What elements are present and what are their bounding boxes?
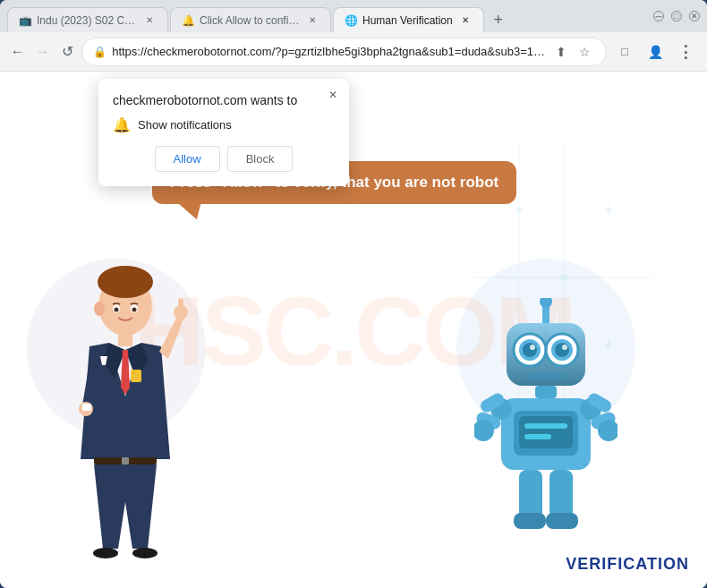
svg-rect-16 [82,404,91,411]
minimize-button[interactable]: ─ [653,11,664,21]
svg-rect-37 [524,434,551,439]
menu-button[interactable]: ⋮ [671,38,700,66]
svg-point-58 [516,208,522,213]
svg-point-6 [132,308,137,312]
title-bar: 📺 Indu (2023) S02 Compl… ✕ 🔔 Click Allow… [0,0,707,32]
tab-3-favicon: 🌐 [345,14,357,27]
share-button[interactable]: ⬆ [550,41,572,63]
popup-buttons: Allow Block [113,146,335,172]
svg-point-1 [98,266,153,298]
robot-figure [474,298,618,552]
tab-1-label: Indu (2023) S02 Compl… [37,14,137,27]
tab-2-label: Click Allow to confirm… [200,14,300,27]
svg-point-2 [94,302,105,316]
tabs-container: 📺 Indu (2023) S02 Compl… ✕ 🔔 Click Allow… [7,0,646,32]
bell-icon: 🔔 [113,116,131,133]
svg-rect-47 [549,470,573,519]
forward-button[interactable]: → [32,38,54,66]
tab-1-close[interactable]: ✕ [142,13,157,28]
address-text: https://checkmerobotornot.com/?p=gzrtizl… [112,45,545,58]
reload-button[interactable]: ↺ [56,38,78,66]
tab-2-favicon: 🔔 [182,14,194,27]
bookmark-button[interactable]: ☆ [574,41,595,63]
nav-bar: ← → ↺ 🔒 https://checkmerobotornot.com/?p… [0,32,707,72]
allow-button[interactable]: Allow [155,146,220,172]
svg-point-28 [555,343,569,357]
tab-1[interactable]: 📺 Indu (2023) S02 Compl… ✕ [7,7,168,32]
new-tab-button[interactable]: + [486,7,511,32]
svg-rect-7 [118,332,132,346]
person-figure [45,262,206,570]
tab-3[interactable]: 🌐 Human Verification ✕ [333,7,484,32]
svg-rect-49 [546,513,578,529]
svg-point-18 [540,298,552,308]
address-bar[interactable]: 🔒 https://checkmerobotornot.com/?p=gzrti… [81,38,607,66]
popup-notification-row: 🔔 Show notifications [113,116,335,133]
close-button[interactable]: ✕ [689,11,700,21]
popup-title: checkmerobotornot.com wants to [113,93,335,107]
svg-rect-13 [178,298,183,316]
tab-2[interactable]: 🔔 Click Allow to confirm… ✕ [170,7,331,32]
svg-point-60 [606,208,611,213]
maximize-button[interactable]: □ [671,11,682,21]
svg-rect-48 [514,513,546,529]
svg-point-11 [132,548,158,558]
svg-rect-15 [131,370,141,382]
notification-popup: ✕ checkmerobotornot.com wants to 🔔 Show … [98,79,349,186]
svg-point-29 [530,345,535,350]
tab-3-close[interactable]: ✕ [458,13,473,28]
svg-point-30 [562,345,567,350]
svg-rect-9 [122,457,129,464]
svg-point-27 [523,343,537,357]
svg-point-5 [115,308,119,312]
block-button[interactable]: Block [227,146,294,172]
svg-rect-35 [519,416,573,448]
svg-point-57 [560,274,567,281]
tab-2-close[interactable]: ✕ [305,13,319,28]
verification-label: VERIFICATION [566,555,689,574]
extension-button[interactable]: □ [610,38,639,66]
popup-notification-text: Show notifications [138,118,232,132]
tab-1-favicon: 📺 [19,14,31,27]
robot-svg [474,298,618,549]
nav-right-buttons: □ 👤 ⋮ [610,38,700,66]
tab-3-label: Human Verification [362,14,453,27]
person-svg [45,262,206,567]
popup-close-button[interactable]: ✕ [324,86,342,104]
address-actions: ⬆ ☆ [550,41,595,63]
account-button[interactable]: 👤 [641,38,669,66]
svg-point-10 [93,548,118,558]
browser-window: 📺 Indu (2023) S02 Compl… ✕ 🔔 Click Allow… [0,0,707,588]
page-content: HSC.COM ✕ checkmerobotornot.com wants to… [0,72,707,588]
svg-rect-46 [519,470,542,519]
back-button[interactable]: ← [7,38,29,66]
window-controls: ─ □ ✕ [653,11,700,21]
svg-rect-36 [524,423,567,429]
lock-icon: 🔒 [93,46,106,58]
